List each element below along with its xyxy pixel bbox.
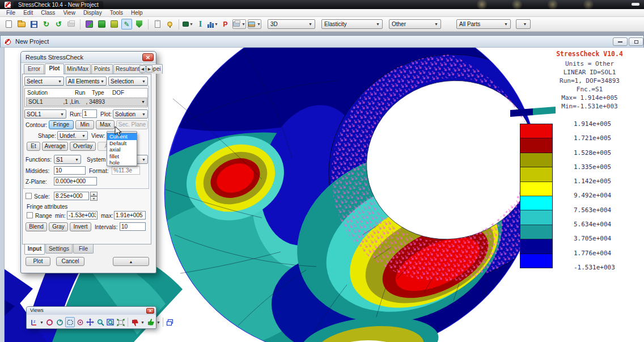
menu-class[interactable]: Class [37,10,59,16]
views-close-button[interactable]: ✕ [146,308,154,314]
chevron-down-icon[interactable]: ▼ [141,320,145,324]
selection-combo[interactable]: Selection▼ [108,77,148,86]
view-option-hole[interactable]: hole [107,159,137,166]
functions-combo[interactable]: S1▼ [54,155,81,164]
child-maximize-button[interactable] [629,37,643,46]
dynamic-rotate-button[interactable] [75,317,85,327]
overflow-combo[interactable]: ▼ [516,19,531,29]
export-button[interactable]: ↻ [41,19,52,29]
max-button[interactable]: Max [96,120,115,129]
view-option-fillet[interactable]: fillet [107,153,137,160]
print-button[interactable] [66,19,77,29]
scale-input[interactable] [54,192,89,200]
chart-button[interactable]: ▼ [207,19,218,29]
tab-resultant[interactable]: Resultant [113,64,142,74]
scale-checkbox[interactable] [26,193,32,199]
view-option-default[interactable]: Default [107,140,137,147]
media-button[interactable] [84,19,95,29]
select-box-button[interactable] [65,317,75,327]
solution-combo[interactable]: SOL1▼ [24,109,66,119]
format-input[interactable] [112,166,140,175]
tab-minmax[interactable]: Min/Max [65,64,91,74]
image-tool-combo-button[interactable]: ▼ [248,19,261,29]
new-file-button[interactable] [3,19,14,29]
chevron-down-icon[interactable]: ▼ [156,320,160,324]
spinner-up-icon[interactable]: ▲ [90,192,98,196]
app-titlebar[interactable]: StressCheck 10.4 - New Project [0,0,644,9]
gray-button[interactable]: Gray [49,222,68,231]
discipline-combo[interactable]: Elasticity▼ [321,19,383,29]
scale-spinner[interactable]: ▲▼ [90,192,98,201]
check-button[interactable] [134,19,145,29]
model-cube-button[interactable] [96,19,107,29]
zplane-input[interactable] [54,177,97,185]
zoom-fit-button[interactable] [116,317,126,327]
view-option-axial[interactable]: axial [107,146,137,153]
tab-scroll-left[interactable]: ◀ [139,65,146,73]
points-button[interactable]: P [220,19,231,29]
select-combo[interactable]: Select▼ [24,77,64,86]
menu-display[interactable]: Display [79,10,106,16]
fringe-button[interactable]: Fringe [49,120,74,129]
edit-mode-button[interactable]: ✎ [121,19,132,29]
rotate-view-button[interactable] [45,317,54,327]
results-dialog-titlebar[interactable]: Results StressCheck [21,52,156,63]
solution-selected-row[interactable]: SOL1 ,1 ,Lin. , 34893 ▼ [26,98,147,106]
run-input[interactable] [82,109,97,118]
menu-help[interactable]: Help [127,10,147,16]
windows-button[interactable] [165,317,175,327]
overlay-button[interactable]: Overlay [70,142,96,151]
menu-file[interactable]: File [2,10,19,16]
parts-cube-button[interactable] [109,19,120,29]
average-button[interactable]: Average [42,142,68,151]
menu-edit[interactable]: Edit [19,10,37,16]
plot-button[interactable]: Plot [26,257,50,266]
blend-button[interactable]: Blend [26,222,47,231]
save-button[interactable] [28,19,39,29]
et-button[interactable]: Et [27,142,40,151]
tab-plot[interactable]: Plot [45,64,64,74]
tab-error[interactable]: Error [24,64,44,74]
minimize-icon[interactable] [632,3,639,6]
min-button[interactable]: Min [75,120,94,129]
dimension-combo[interactable]: 3D▼ [268,19,315,29]
spinner-down-icon[interactable]: ▼ [90,196,98,201]
tab-scroll-right[interactable]: ▶ [146,65,152,73]
elements-combo[interactable]: All Elements▼ [66,77,107,86]
views-toolbar-titlebar[interactable]: Views [27,307,156,315]
shape-combo[interactable]: Undef.▼ [57,131,88,140]
solution-list[interactable]: Solution Run Type DOF SOL1 ,1 ,Lin. , 34… [24,88,148,107]
display-style-button[interactable]: ▼ [183,19,193,29]
child-window-titlebar[interactable]: New Project [0,35,644,48]
zoom-window-button[interactable] [106,317,116,327]
cancel-button[interactable]: Cancel [56,257,84,266]
accept-view-button[interactable] [146,317,155,327]
close-button[interactable]: ✕ [142,53,154,61]
units-combo[interactable]: Other▼ [389,19,441,29]
reject-view-button[interactable] [130,317,139,327]
tips-button[interactable] [164,19,175,29]
zoom-button[interactable] [96,317,105,327]
intervals-input[interactable] [120,222,146,231]
chevron-down-icon[interactable]: ▼ [40,320,44,324]
range-min-input[interactable] [67,211,98,219]
menu-view[interactable]: View [59,10,79,16]
notes-button[interactable] [152,19,163,29]
open-button[interactable] [16,19,27,29]
range-max-input[interactable] [114,211,146,219]
plot-tool-combo-button[interactable]: ▼ [232,19,246,29]
invert-button[interactable]: Invert [70,222,91,231]
section-button[interactable]: I [195,19,206,29]
tab-points[interactable]: Points [91,64,113,74]
view-orientation-button[interactable]: z [29,317,39,327]
plot-type-combo[interactable]: Solution▼ [113,109,148,119]
menu-tools[interactable]: Tools [106,10,127,16]
parts-combo[interactable]: All Parts▼ [456,19,511,29]
child-minimize-button[interactable] [613,37,628,46]
bottom-tab-input[interactable]: Input [24,244,45,255]
range-checkbox[interactable] [27,212,33,218]
bottom-tab-file[interactable]: File [73,244,94,254]
pan-button[interactable] [86,317,95,327]
midsides-input[interactable] [54,166,86,175]
import-button[interactable]: ↺ [53,19,64,29]
